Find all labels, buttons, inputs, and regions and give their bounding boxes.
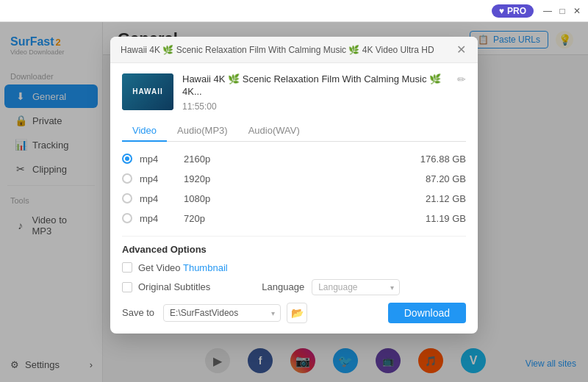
radio-inner-2160p	[125, 156, 129, 161]
quality-item-720p[interactable]: mp4 720p 11.19 GB	[122, 209, 466, 228]
modal-body: HAWAII Hawaii 4K 🌿 Scenic Relaxation Fil…	[110, 63, 478, 334]
close-button[interactable]: ✕	[572, 6, 582, 16]
thumbnail-checkbox[interactable]	[122, 262, 132, 273]
modal-title-text: Hawaii 4K 🌿 Scenic Relaxation Film With …	[121, 45, 455, 55]
pro-label: PRO	[507, 6, 526, 16]
res-2160p: 2160p	[184, 154, 228, 165]
res-1920p: 1920p	[184, 173, 228, 184]
folder-icon: 📂	[291, 307, 304, 319]
video-duration: 11:55:00	[182, 101, 448, 112]
save-path-wrapper: E:\SurFastVideos ▾	[163, 304, 281, 322]
format-1920p: mp4	[140, 173, 176, 184]
modal-title-bar: Hawaii 4K 🌿 Scenic Relaxation Film With …	[110, 37, 478, 63]
format-tab-audio-mp3[interactable]: Audio(MP3)	[167, 120, 238, 142]
minimize-button[interactable]: —	[542, 6, 553, 16]
subtitles-checkbox[interactable]	[122, 282, 132, 292]
radio-720p[interactable]	[122, 213, 132, 223]
save-path-select[interactable]: E:\SurFastVideos	[163, 304, 281, 322]
save-to-row: Save to E:\SurFastVideos ▾ 📂 Download	[122, 303, 466, 323]
video-thumbnail: HAWAII	[122, 73, 173, 110]
thumbnail-link[interactable]: Thumbnail	[183, 262, 228, 273]
video-title: Hawaii 4K 🌿 Scenic Relaxation Film With …	[182, 73, 448, 98]
res-720p: 720p	[184, 213, 228, 224]
radio-1080p[interactable]	[122, 193, 132, 203]
quality-item-1920p[interactable]: mp4 1920p 87.20 GB	[122, 169, 466, 189]
save-to-label: Save to	[122, 307, 154, 318]
subtitles-option-label: Original Subtitles	[138, 281, 210, 292]
download-button[interactable]: Download	[388, 303, 466, 323]
subtitles-language-row: Original Subtitles Language Language ▾	[122, 279, 466, 295]
format-tab-video[interactable]: Video	[122, 120, 167, 142]
video-info-row: HAWAII Hawaii 4K 🌿 Scenic Relaxation Fil…	[122, 73, 466, 112]
language-select-wrapper: Language ▾	[312, 279, 400, 295]
format-1080p: mp4	[140, 193, 176, 204]
browse-folder-button[interactable]: 📂	[287, 303, 307, 323]
thumbnail-option-label: Get Video Thumbnail	[138, 262, 228, 273]
video-details: Hawaii 4K 🌿 Scenic Relaxation Film With …	[182, 73, 448, 112]
format-tab-audio-wav[interactable]: Audio(WAV)	[238, 120, 310, 142]
modal-close-button[interactable]: ✕	[455, 43, 467, 57]
edit-title-icon[interactable]: ✏	[457, 73, 466, 85]
modal-overlay: Hawaii 4K 🌿 Scenic Relaxation Film With …	[0, 22, 588, 382]
language-select[interactable]: Language	[312, 279, 400, 295]
maximize-button[interactable]: □	[557, 6, 567, 16]
radio-1920p[interactable]	[122, 173, 132, 184]
window-controls: — □ ✕	[542, 6, 582, 16]
format-720p: mp4	[140, 213, 176, 224]
size-2160p: 176.88 GB	[420, 154, 466, 165]
size-1920p: 87.20 GB	[426, 173, 466, 184]
quality-list: mp4 2160p 176.88 GB mp4 1920p 87.20 GB m…	[122, 149, 466, 228]
thumbnail-option-row: Get Video Thumbnail	[122, 262, 466, 273]
quality-item-2160p[interactable]: mp4 2160p 176.88 GB	[122, 149, 466, 169]
size-1080p: 21.12 GB	[426, 193, 466, 204]
advanced-options-section: Advanced Options Get Video Thumbnail Ori…	[122, 236, 466, 323]
subtitles-option-row: Original Subtitles	[122, 281, 210, 292]
thumbnail-label: HAWAII	[132, 87, 163, 96]
radio-2160p[interactable]	[122, 154, 132, 164]
download-modal: Hawaii 4K 🌿 Scenic Relaxation Film With …	[110, 37, 478, 334]
res-1080p: 1080p	[184, 193, 228, 204]
size-720p: 11.19 GB	[426, 213, 466, 224]
format-2160p: mp4	[140, 154, 176, 165]
language-label: Language	[262, 281, 304, 292]
pro-badge[interactable]: ♥ PRO	[492, 4, 534, 18]
title-bar: ♥ PRO — □ ✕	[0, 0, 588, 22]
format-tabs: Video Audio(MP3) Audio(WAV)	[122, 120, 466, 142]
pro-heart-icon: ♥	[499, 6, 504, 16]
advanced-options-title: Advanced Options	[122, 244, 466, 255]
quality-item-1080p[interactable]: mp4 1080p 21.12 GB	[122, 189, 466, 209]
